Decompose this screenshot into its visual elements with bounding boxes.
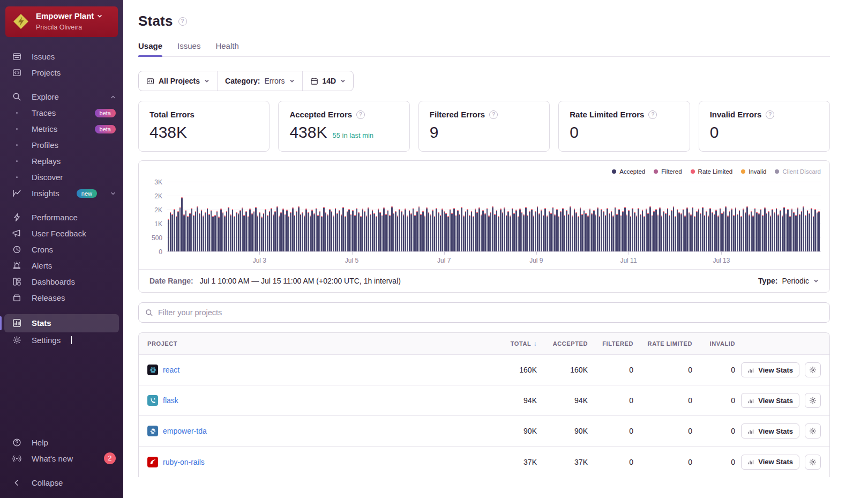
sidebar-item-replays[interactable]: Replays bbox=[0, 153, 123, 169]
sidebar-item-dashboards[interactable]: Dashboards bbox=[0, 274, 123, 290]
project-settings-button[interactable] bbox=[805, 362, 821, 377]
org-switcher[interactable]: Empower Plant Priscila Oliveira bbox=[5, 6, 118, 37]
card-label: Accepted Errors bbox=[289, 110, 352, 119]
sidebar-item-alerts[interactable]: Alerts bbox=[0, 258, 123, 274]
project-settings-button[interactable] bbox=[805, 455, 821, 470]
help-circle-icon[interactable] bbox=[648, 110, 657, 119]
sidebar-item-label: Dashboards bbox=[32, 277, 75, 286]
col-filtered[interactable]: FILTERED bbox=[588, 340, 633, 347]
line-chart-icon bbox=[12, 189, 21, 198]
card-total-errors: Total Errors 438K bbox=[138, 101, 270, 152]
cell-total: 94K bbox=[478, 396, 537, 405]
sidebar-item-label: Insights bbox=[32, 189, 59, 198]
python-platform-icon bbox=[147, 426, 158, 436]
date-range-label: Date Range: bbox=[149, 277, 193, 285]
cell-accepted: 94K bbox=[537, 396, 588, 405]
col-accepted[interactable]: ACCEPTED bbox=[537, 340, 588, 347]
calendar-icon bbox=[310, 77, 318, 85]
cell-total: 90K bbox=[478, 427, 537, 435]
table-row: react 160K 160K 0 0 0 View Stats bbox=[139, 355, 829, 385]
card-note: 55 in last min bbox=[332, 131, 373, 139]
sidebar-item-performance[interactable]: Performance bbox=[0, 210, 123, 226]
sidebar-item-label: Projects bbox=[32, 68, 61, 77]
card-label: Filtered Errors bbox=[430, 110, 485, 119]
chevron-up-icon bbox=[110, 94, 116, 100]
project-search-input[interactable] bbox=[158, 308, 823, 317]
project-link[interactable]: flask bbox=[163, 396, 178, 405]
sidebar-item-whats-new[interactable]: What's new 2 bbox=[0, 450, 123, 466]
tab-issues[interactable]: Issues bbox=[177, 41, 200, 56]
view-stats-button[interactable]: View Stats bbox=[741, 423, 799, 438]
tab-health[interactable]: Health bbox=[215, 41, 238, 56]
gear-icon bbox=[809, 397, 817, 404]
col-rate-limited[interactable]: RATE LIMITED bbox=[633, 340, 692, 347]
table-row: flask 94K 94K 0 0 0 View Stats bbox=[139, 385, 829, 416]
help-circle-icon[interactable] bbox=[178, 17, 187, 26]
sidebar-item-crons[interactable]: Crons bbox=[0, 242, 123, 258]
sidebar-item-metrics[interactable]: Metrics beta bbox=[0, 121, 123, 137]
cell-rate-limited: 0 bbox=[633, 458, 692, 466]
card-label: Rate Limited Errors bbox=[570, 110, 644, 119]
sidebar-item-label: Discover bbox=[32, 173, 63, 182]
help-circle-icon[interactable] bbox=[489, 110, 498, 119]
flask-platform-icon bbox=[147, 395, 158, 406]
bar-chart-icon bbox=[747, 458, 754, 465]
tabs: Usage Issues Health bbox=[138, 41, 830, 57]
sidebar-item-label: Traces bbox=[32, 108, 56, 117]
sidebar-item-traces[interactable]: Traces beta bbox=[0, 105, 123, 121]
sidebar-item-releases[interactable]: Releases bbox=[0, 290, 123, 306]
project-link[interactable]: react bbox=[163, 366, 179, 374]
date-range-selector[interactable]: 14D bbox=[302, 71, 354, 91]
cell-filtered: 0 bbox=[588, 396, 633, 405]
project-settings-button[interactable] bbox=[805, 423, 821, 438]
gear-icon bbox=[12, 336, 21, 345]
card-invalid-errors: Invalid Errors 0 bbox=[699, 101, 830, 152]
sidebar-item-help[interactable]: Help bbox=[0, 434, 123, 450]
project-settings-button[interactable] bbox=[805, 393, 821, 408]
col-project[interactable]: PROJECT bbox=[147, 340, 478, 347]
lightning-icon bbox=[12, 213, 21, 222]
sidebar-item-user-feedback[interactable]: User Feedback bbox=[0, 226, 123, 242]
sidebar-item-projects[interactable]: Projects bbox=[0, 65, 123, 81]
sidebar-item-explore[interactable]: Explore bbox=[0, 89, 123, 105]
projects-table: PROJECT TOTAL ACCEPTED FILTERED RATE LIM… bbox=[138, 332, 830, 477]
rails-platform-icon bbox=[147, 457, 158, 467]
view-stats-button[interactable]: View Stats bbox=[741, 362, 799, 377]
bullet-icon bbox=[12, 112, 21, 114]
cell-rate-limited: 0 bbox=[633, 396, 692, 405]
main-content: Stats Usage Issues Health All Projects C… bbox=[123, 0, 868, 498]
issues-icon bbox=[12, 52, 21, 62]
cell-rate-limited: 0 bbox=[633, 366, 692, 374]
view-stats-button[interactable]: View Stats bbox=[741, 393, 799, 408]
project-link[interactable]: empower-tda bbox=[163, 427, 207, 435]
project-link[interactable]: ruby-on-rails bbox=[163, 458, 205, 466]
help-circle-icon[interactable] bbox=[766, 110, 774, 119]
dashboard-grid-icon bbox=[12, 277, 21, 287]
col-total[interactable]: TOTAL bbox=[511, 340, 532, 347]
period-value: 14D bbox=[323, 77, 336, 85]
beta-badge: beta bbox=[95, 109, 116, 117]
sidebar-item-insights[interactable]: Insights new bbox=[0, 185, 123, 202]
sidebar-item-label: Performance bbox=[32, 213, 78, 222]
cell-accepted: 90K bbox=[537, 427, 588, 435]
sidebar-item-stats[interactable]: Stats bbox=[4, 314, 119, 332]
card-value: 438K bbox=[289, 123, 327, 142]
cell-total: 37K bbox=[478, 458, 537, 466]
sidebar-item-discover[interactable]: Discover bbox=[0, 169, 123, 185]
sidebar-collapse-button[interactable]: Collapse bbox=[0, 474, 123, 490]
card-label: Invalid Errors bbox=[710, 110, 762, 119]
cell-invalid: 0 bbox=[692, 458, 735, 466]
sidebar-item-profiles[interactable]: Profiles bbox=[0, 137, 123, 153]
chart-type-selector[interactable]: Type: Periodic bbox=[758, 277, 819, 285]
tab-usage[interactable]: Usage bbox=[138, 41, 162, 56]
project-selector[interactable]: All Projects bbox=[139, 71, 217, 91]
gear-icon bbox=[809, 366, 817, 374]
col-invalid[interactable]: INVALID bbox=[692, 340, 735, 347]
help-circle-icon[interactable] bbox=[356, 110, 365, 119]
table-row: empower-tda 90K 90K 0 0 0 View Stats bbox=[139, 416, 829, 447]
view-stats-button[interactable]: View Stats bbox=[741, 455, 799, 470]
category-selector[interactable]: Category: Errors bbox=[217, 71, 302, 91]
bar-chart-icon bbox=[12, 318, 21, 328]
sidebar-item-issues[interactable]: Issues bbox=[0, 49, 123, 65]
sidebar-item-settings[interactable]: Settings bbox=[0, 332, 123, 348]
